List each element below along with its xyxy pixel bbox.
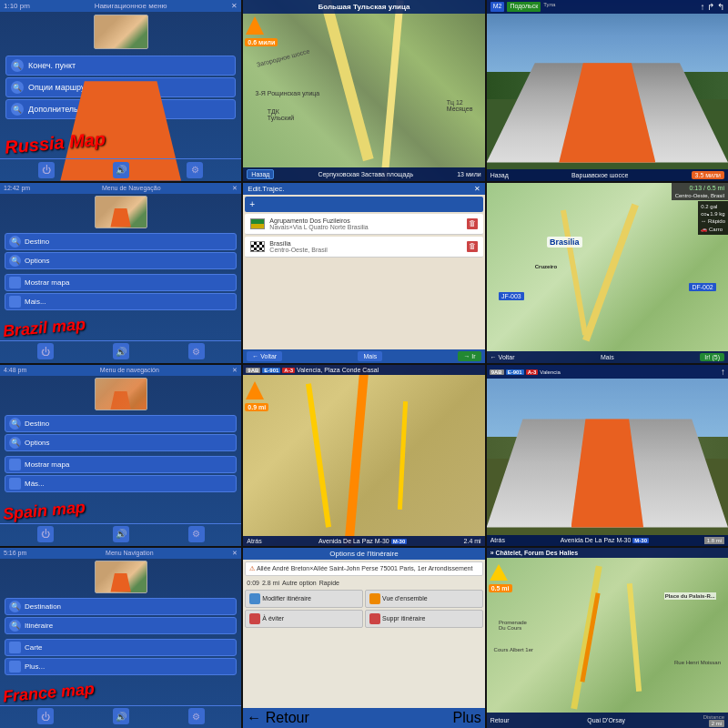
spain-speaker-icon[interactable]: 🔊: [113, 526, 129, 542]
france-modify-btn[interactable]: Modifier itinéraire: [245, 590, 363, 608]
russia-dist-label: 0.6 мили: [245, 38, 278, 46]
france-menu-destination[interactable]: 🔍 Destination: [5, 598, 237, 615]
france-destination-label: Destination: [25, 602, 61, 611]
brazil-city-label: Brasilia: [547, 237, 582, 248]
russia-menu-destination[interactable]: 🔍 Конеч. пункт: [5, 56, 236, 76]
brazil-flag-1: [250, 218, 265, 229]
france-settings-icon[interactable]: ⚙: [188, 708, 205, 724]
france-dist-label: 0.5 mi: [489, 584, 512, 592]
spain-menu-destino[interactable]: 🔍 Destino: [5, 415, 237, 432]
route-icon: 🔍: [11, 81, 24, 94]
spain-bottom-bar: Atrás Avenida De La Paz M-30 M-30 2.4 mi: [243, 536, 484, 546]
spain-menu-map[interactable]: Mostrar mapa: [5, 456, 237, 473]
brazil-menu-options[interactable]: 🔍 Options: [5, 252, 237, 269]
brazil-route-name-2: Brasília: [269, 240, 466, 247]
france-overview-icon: [369, 593, 380, 604]
russia-nav-menu: 1:10 pm Навигационное меню ✕ 🔍 Конеч. пу…: [0, 0, 241, 181]
spain-hw-a3: A-3: [526, 369, 539, 375]
spain-time: 4:48 pm: [4, 367, 26, 374]
france-plus-btn[interactable]: Plus: [453, 710, 481, 726]
france-rapide: Rapide: [319, 580, 339, 586]
brazil-map-bottombar: ← Voltar Mais Ir! (5): [487, 351, 728, 363]
spain-destino-label: Destino: [25, 420, 49, 428]
speaker-icon[interactable]: 🔊: [113, 162, 129, 178]
france-trip-stats: 0:09 2.8 mi Autre option Rapide: [243, 578, 484, 588]
brazil-menu-map[interactable]: Mostrar mapa: [5, 274, 237, 291]
power-icon[interactable]: ⏻: [38, 162, 55, 178]
brazil-go-btn[interactable]: → Ir: [458, 351, 480, 361]
spain-bottom-icons: ⏻ 🔊 ⚙: [0, 523, 241, 544]
france-menu-itin[interactable]: 🔍 Itinéraire: [5, 617, 237, 634]
brazil-menu-mais[interactable]: Mais...: [5, 293, 237, 310]
france-menu-items: 🔍 Destination 🔍 Itinéraire: [0, 595, 241, 637]
spain-dist-label: 0.9 mi: [245, 403, 268, 411]
spain-back[interactable]: Atrás: [247, 538, 261, 544]
france-options-header: Options de l'Itinéraire: [243, 548, 484, 560]
russia-bottom-bar: Назад Серпуховская Застава площадь 13 ми…: [243, 167, 484, 181]
brazil-add-icon: +: [249, 199, 255, 209]
france-avoid-icon: [249, 613, 260, 624]
brazil-back-btn[interactable]: ← Voltar: [247, 351, 282, 361]
brazil-speaker-icon[interactable]: 🔊: [113, 343, 129, 359]
brazil-add-btn[interactable]: +: [245, 197, 482, 212]
more-icon: 🔍: [11, 103, 24, 116]
spain-nav-arrow: [246, 381, 264, 399]
spain-settings-icon[interactable]: ⚙: [188, 526, 205, 542]
france-thumb-road: [110, 573, 130, 592]
france-overview-btn[interactable]: Vue d'ensemble: [365, 590, 483, 608]
brazil-settings-icon[interactable]: ⚙: [188, 343, 205, 359]
france-menu-carte[interactable]: Carte: [5, 639, 237, 656]
brazil-map-go[interactable]: Ir! (5): [700, 353, 724, 361]
brazil-finish-flag: [250, 241, 265, 252]
brazil-power-icon[interactable]: ⏻: [37, 343, 54, 359]
brazil-time: 12:42 pm: [4, 185, 30, 192]
russia-map-nav: Загородное шоссе 3-Я Рощинская улица ТДК…: [243, 0, 484, 181]
russia-sign-sub: Тула: [543, 2, 555, 12]
france-delete-btn[interactable]: Suppr itinéraire: [365, 610, 483, 628]
brazil-map-label: Mostrar mapa: [25, 278, 69, 287]
russia-street-label2: 3-Я Рощинская улица: [256, 90, 320, 96]
brazil-route-del-2[interactable]: 🗑: [467, 241, 478, 252]
brazil-route-close: ✕: [474, 185, 480, 193]
brazil-route-item-1[interactable]: Agrupamento Dos Fuzileiros Navais×Via L …: [245, 214, 482, 235]
spain-menu-options[interactable]: 🔍 Options: [5, 434, 237, 451]
spain-badge-9ab: 9AB: [246, 368, 260, 373]
spain-badge-e901: E-901: [262, 368, 280, 373]
settings-icon[interactable]: ⚙: [187, 162, 203, 178]
brazil-route-del-1[interactable]: 🗑: [467, 218, 478, 229]
france-address: Allée André Breton×Allée Saint-John Pers…: [257, 565, 473, 571]
russia-top-bar: Большая Тульская улица: [243, 0, 484, 14]
france-menu-plus[interactable]: Plus...: [5, 658, 237, 675]
brazil-map-topbar: 0:13 / 6.5 mi Centro-Oeste, Brasil: [672, 183, 728, 200]
russia-nav-arrow: [246, 16, 264, 35]
spain-thumb-overlay: [96, 379, 147, 410]
russia-hw-back[interactable]: Назад: [490, 172, 509, 178]
brazil-mais-icon: [9, 296, 21, 308]
spain-power-icon[interactable]: ⏻: [37, 526, 54, 542]
brazil-stats: 0:13 / 6.5 mi: [675, 185, 724, 191]
france-delete-label: Suppr itinéraire: [382, 615, 425, 622]
brazil-map-more[interactable]: Mais: [601, 354, 614, 360]
france-retour-btn[interactable]: ← Retour: [247, 710, 308, 726]
spain-dist: 2.4 mi: [464, 538, 481, 544]
france-power-icon[interactable]: ⏻: [37, 708, 54, 724]
brazil-map-view: Brasilia Cruzeiro DF-002 JF-003 0:13 / 6…: [487, 183, 728, 364]
spain-map-label: Mostrar mapa: [25, 460, 69, 469]
spain-menu-mas[interactable]: Más...: [5, 475, 237, 492]
brazil-route-text-2: Brasília Centro-Oeste, Brasil: [269, 240, 466, 253]
russia-destination-label: Конеч. пункт: [28, 61, 76, 70]
france-map-back[interactable]: Retour: [490, 717, 510, 723]
france-time-stat: 0:09: [247, 580, 259, 586]
france-avoid-btn[interactable]: À éviter: [245, 610, 363, 628]
russia-dist: 13 мили: [457, 171, 480, 177]
brazil-map-back[interactable]: ← Voltar: [490, 354, 515, 360]
russia-back-btn[interactable]: Назад: [247, 169, 274, 179]
brazil-route-item-2[interactable]: Brasília Centro-Oeste, Brasil 🗑: [245, 237, 482, 258]
brazil-route-list: Edit.Trajec. ✕ + Agrupamento Dos Fuzilei…: [243, 183, 484, 364]
brazil-menu-destino[interactable]: 🔍 Destino: [5, 233, 237, 250]
brazil-more-btn[interactable]: Mais: [358, 351, 382, 361]
france-header: 5:16 pm Menu Navigation ✕: [0, 548, 241, 559]
france-speaker-icon[interactable]: 🔊: [113, 708, 129, 724]
france-route-options: Options de l'Itinéraire ⚠ Allée André Br…: [243, 548, 484, 729]
spain-hw-back[interactable]: Atrás: [490, 537, 505, 543]
